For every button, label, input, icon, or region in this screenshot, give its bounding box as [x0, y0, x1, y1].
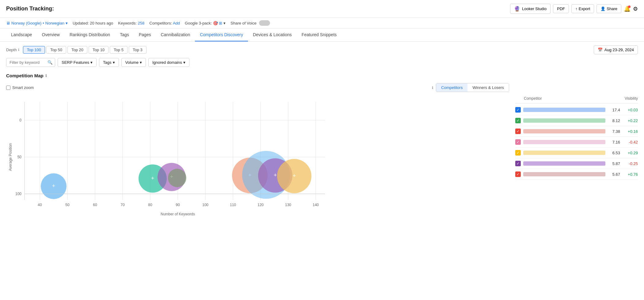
tab-featured-snippets[interactable]: Featured Snippets	[297, 29, 341, 41]
svg-text:80: 80	[148, 203, 152, 207]
table-row: ✓ 7.16 -0.42	[515, 137, 638, 148]
row-checkbox-5[interactable]: ✓	[515, 150, 521, 156]
location-selector[interactable]: 🖥 Norway (Google) • Norwegian ▾	[6, 21, 68, 25]
monitor-icon: 🖥	[6, 21, 10, 25]
chart-info-icon: ℹ	[432, 86, 433, 90]
row-name-bar-3	[523, 129, 605, 133]
tab-rankings-distribution[interactable]: Rankings Distribution	[65, 29, 115, 41]
row-checkbox-7[interactable]: ✓	[515, 171, 521, 177]
chart-controls: Smart zoom ℹ Competitors Winners & Loser…	[6, 83, 509, 92]
winners-losers-view-button[interactable]: Winners & Losers	[467, 83, 509, 92]
tab-competitors-discovery[interactable]: Competitors Discovery	[195, 29, 248, 41]
row-delta-4: -0.42	[623, 140, 638, 144]
depth-top20[interactable]: Top 20	[67, 46, 87, 54]
svg-text:40: 40	[38, 203, 42, 207]
top-bar-actions: 🔮 Looker Studio PDF ↑ Export 👤 Share 🔔 ⚙	[510, 4, 638, 14]
row-name-bar-4	[523, 140, 605, 144]
pdf-button[interactable]: PDF	[553, 4, 569, 13]
notifications-button[interactable]: 🔔	[624, 6, 631, 12]
tab-overview[interactable]: Overview	[37, 29, 65, 41]
row-value-2: 8.12	[608, 118, 620, 123]
row-value-6: 5.87	[608, 161, 620, 166]
filters-row: 🔍 SERP Features ▾ Tags ▾ Volume ▾ Ignore…	[0, 58, 644, 71]
search-button[interactable]: 🔍	[48, 60, 53, 65]
tab-tags[interactable]: Tags	[115, 29, 134, 41]
svg-text:+: +	[52, 183, 55, 189]
settings-button[interactable]: ⚙	[633, 6, 638, 12]
google-grid-icon: ⊞	[219, 21, 222, 25]
share-icon: 👤	[600, 6, 605, 11]
depth-top10[interactable]: Top 10	[89, 46, 109, 54]
row-name-bar-2	[523, 118, 605, 123]
depth-top5[interactable]: Top 5	[110, 46, 128, 54]
svg-text:100: 100	[202, 203, 208, 207]
looker-studio-button[interactable]: 🔮 Looker Studio	[510, 4, 551, 14]
table-row: ✓ 8.12 +0.22	[515, 115, 638, 126]
row-checkbox-3[interactable]: ✓	[515, 129, 521, 134]
smart-zoom-label[interactable]: Smart zoom	[6, 85, 34, 90]
row-delta-7: +0.76	[623, 172, 638, 177]
svg-text:100: 100	[15, 192, 21, 196]
svg-text:70: 70	[120, 203, 125, 207]
google-chevron-icon: ▾	[223, 21, 226, 25]
row-name-bar-7	[523, 172, 605, 176]
row-delta-5: +0.29	[623, 151, 638, 155]
depth-top3[interactable]: Top 3	[129, 46, 147, 54]
row-checkbox-1[interactable]: ✓	[515, 107, 521, 113]
row-checkbox-2[interactable]: ✓	[515, 118, 521, 123]
table-header: Competitor Visibility	[515, 94, 638, 103]
tab-landscape[interactable]: Landscape	[6, 29, 37, 41]
row-delta-3: +0.16	[623, 129, 638, 134]
row-value-1: 17.4	[608, 108, 620, 112]
looker-icon: 🔮	[514, 6, 520, 12]
row-delta-6: -0.25	[623, 161, 638, 166]
svg-text:+: +	[293, 173, 296, 179]
depth-top100[interactable]: Top 100	[23, 46, 45, 54]
tab-cannibalization[interactable]: Cannibalization	[156, 29, 195, 41]
tab-devices-locations[interactable]: Devices & Locations	[248, 29, 297, 41]
svg-text:110: 110	[230, 203, 236, 207]
share-button[interactable]: 👤 Share	[596, 4, 621, 13]
competitors-view-button[interactable]: Competitors	[436, 83, 467, 92]
top-bar: Position Tracking: 🔮 Looker Studio PDF ↑…	[0, 0, 644, 18]
keyword-filter-wrap: 🔍	[6, 58, 55, 67]
depth-top50[interactable]: Top 50	[46, 46, 66, 54]
row-checkbox-4[interactable]: ✓	[515, 139, 521, 145]
svg-text:90: 90	[176, 203, 180, 207]
nav-tabs: Landscape Overview Rankings Distribution…	[0, 29, 644, 42]
tags-dropdown[interactable]: Tags ▾	[99, 58, 119, 67]
volume-dropdown[interactable]: Volume ▾	[121, 58, 146, 67]
chart-area: Competition Map ℹ Smart zoom ℹ Competito…	[6, 71, 509, 219]
date-range-picker[interactable]: 📅 Aug 23-29, 2024	[594, 45, 638, 54]
row-value-4: 7.16	[608, 140, 620, 144]
table-row: ✓ 6.53 +0.29	[515, 148, 638, 158]
notification-dot	[628, 6, 631, 8]
chevron-down-icon: ▾	[140, 60, 142, 65]
svg-text:140: 140	[313, 203, 319, 207]
ignored-domains-dropdown[interactable]: Ignored domains ▾	[148, 58, 189, 67]
row-name-bar-5	[523, 151, 605, 155]
serp-features-dropdown[interactable]: SERP Features ▾	[58, 58, 97, 67]
row-value-5: 6.53	[608, 151, 620, 155]
row-checkbox-6[interactable]: ✓	[515, 161, 521, 166]
smart-zoom-checkbox[interactable]	[6, 86, 10, 90]
chart-view-buttons: Competitors Winners & Losers	[436, 83, 509, 92]
row-delta-2: +0.22	[623, 118, 638, 123]
chart-svg: 0 50 100 40 50 60 70 80 90 100 110 120 1…	[6, 96, 331, 218]
sub-header: 🖥 Norway (Google) • Norwegian ▾ Updated:…	[0, 18, 644, 29]
add-competitors-link[interactable]: Add	[173, 21, 180, 25]
tab-pages[interactable]: Pages	[134, 29, 156, 41]
share-of-voice-toggle[interactable]: Share of Voice	[231, 20, 270, 26]
competition-map-title: Competition Map ℹ	[6, 71, 509, 78]
main-content: Competition Map ℹ Smart zoom ℹ Competito…	[0, 71, 644, 225]
chevron-down-icon: ▾	[90, 60, 93, 65]
competition-map-chart: 0 50 100 40 50 60 70 80 90 100 110 120 1…	[6, 96, 509, 219]
keywords-count[interactable]: 258	[138, 21, 145, 25]
export-button[interactable]: ↑ Export	[571, 4, 594, 13]
svg-text:Average Position: Average Position	[8, 143, 13, 171]
svg-text:60: 60	[93, 203, 97, 207]
calendar-icon: 📅	[598, 48, 603, 52]
table-row: ✓ 5.87 -0.25	[515, 158, 638, 169]
depth-button-group: Top 100 Top 50 Top 20 Top 10 Top 5 Top 3	[23, 46, 147, 54]
sov-toggle-switch[interactable]	[259, 20, 270, 26]
